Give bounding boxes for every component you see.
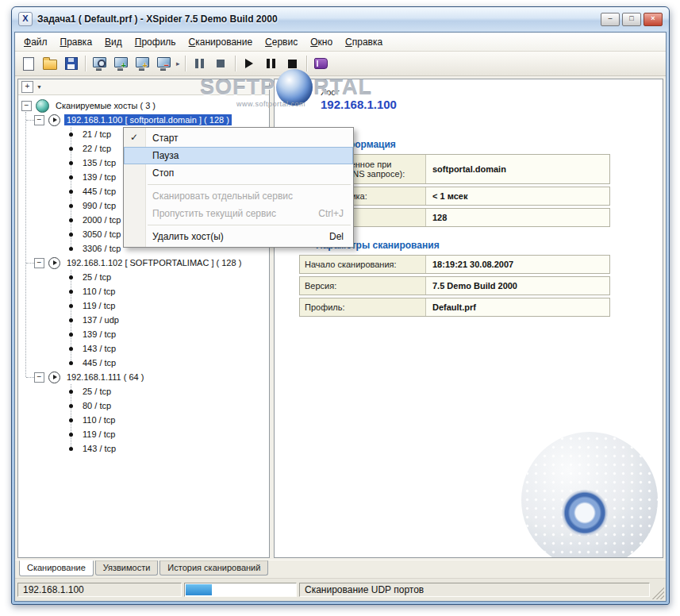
save-floppy-icon	[65, 57, 78, 70]
maximize-button[interactable]	[622, 13, 641, 26]
port-dot-icon	[69, 190, 73, 194]
selected-host-label: 192.168.1.100 [ softportal.domain ] ( 12…	[64, 114, 232, 125]
context-menu-item-scan-single-service[interactable]: Сканировать отдельный сервис	[124, 187, 353, 205]
menu-separator	[148, 225, 351, 225]
menu-item-window[interactable]: Окно	[304, 34, 339, 50]
tree-port-item[interactable]: 445 / tcp	[18, 356, 269, 370]
tree-port-item[interactable]: 119 / tcp	[18, 298, 269, 313]
open-task-button[interactable]	[40, 54, 60, 73]
window-controls	[601, 13, 663, 26]
app-window: Задача1 ( Default.prf ) - XSpider 7.5 De…	[11, 6, 670, 605]
add-host-button[interactable]	[111, 54, 131, 73]
new-document-icon	[23, 57, 34, 71]
tree-port-item[interactable]: 25 / tcp	[18, 384, 269, 398]
tab-vulnerabilities[interactable]: Уязвимости	[95, 560, 159, 576]
tree-port-item[interactable]: 119 / tcp	[18, 427, 269, 441]
help-book-button[interactable]	[311, 54, 331, 73]
port-dot-icon	[69, 204, 73, 208]
check-host-button[interactable]	[90, 54, 109, 73]
table-row: Версия: 7.5 Demo Build 2000	[299, 276, 610, 295]
stop-scan-button[interactable]	[282, 54, 302, 73]
stop-all-button[interactable]	[211, 54, 231, 73]
tree-host-item[interactable]: 192.168.1.111 ( 64 )	[18, 370, 269, 384]
context-menu-item-stop[interactable]: Стоп	[124, 164, 353, 182]
menu-item-service[interactable]: Сервис	[259, 34, 304, 50]
magnifier-icon	[98, 60, 106, 67]
context-menu-item-pause[interactable]: Пауза	[124, 147, 353, 164]
menu-separator	[148, 184, 351, 185]
collapse-box-icon[interactable]	[34, 115, 44, 125]
tree-root-item[interactable]: Сканируемые хосты ( 3 )	[18, 98, 269, 113]
port-dot-icon	[69, 333, 73, 337]
context-menu-item-skip-current-service[interactable]: Пропустить текущий сервис Ctrl+J	[124, 205, 353, 222]
tool-bar	[15, 52, 666, 76]
menu-item-profile[interactable]: Профиль	[129, 34, 182, 50]
remove-host-button[interactable]	[154, 54, 174, 73]
tree-port-item[interactable]: 25 / tcp	[18, 270, 269, 284]
tree-port-item[interactable]: 143 / tcp	[18, 441, 269, 456]
tree-port-item[interactable]: 143 / tcp	[18, 341, 269, 356]
minimize-button[interactable]	[601, 13, 620, 26]
port-dot-icon	[69, 447, 73, 451]
port-dot-icon	[69, 404, 73, 408]
port-dot-icon	[69, 147, 73, 151]
collapse-box-icon[interactable]	[34, 258, 44, 268]
plus-badge-icon	[121, 62, 126, 69]
window-title: Задача1 ( Default.prf ) - XSpider 7.5 De…	[37, 13, 278, 25]
host-icon	[48, 257, 60, 269]
add-host-icon	[114, 57, 128, 67]
tree-port-item[interactable]: 110 / tcp	[18, 284, 269, 298]
toolbar-separator	[306, 56, 307, 71]
pause-scan-button[interactable]	[261, 54, 281, 73]
menu-item-file[interactable]: Файл	[17, 34, 54, 50]
tree-port-item[interactable]: 137 / udp	[18, 313, 269, 327]
shortcut-label: Del	[329, 231, 344, 242]
add-host-range-icon	[136, 57, 149, 67]
start-scan-button[interactable]	[240, 54, 259, 73]
resize-grip[interactable]	[652, 585, 664, 599]
port-dot-icon	[69, 347, 73, 351]
tree-port-item[interactable]: 110 / tcp	[18, 413, 269, 427]
tab-scanning[interactable]: Сканирование	[19, 560, 94, 576]
context-menu-item-start[interactable]: Старт	[124, 129, 353, 147]
port-dot-icon	[69, 318, 73, 322]
table-row: Профиль: Default.prf	[299, 298, 610, 317]
add-host-range-button[interactable]	[133, 54, 152, 73]
port-dot-icon	[69, 133, 73, 137]
pause-icon	[267, 59, 275, 68]
pause-all-button[interactable]	[190, 54, 209, 73]
app-icon	[18, 12, 33, 26]
menu-item-view[interactable]: Вид	[98, 34, 129, 50]
toolbar-separator	[185, 56, 186, 71]
collapse-box-icon[interactable]	[34, 372, 44, 383]
tree-port-item[interactable]: 80 / tcp	[18, 398, 269, 413]
stop-icon	[217, 60, 225, 67]
chevron-down-icon[interactable]	[36, 84, 42, 90]
save-task-button[interactable]	[61, 54, 81, 73]
tree-port-item[interactable]: 139 / tcp	[18, 327, 269, 341]
title-bar[interactable]: Задача1 ( Default.prf ) - XSpider 7.5 De…	[12, 7, 669, 31]
context-menu-item-delete-host[interactable]: Удалить хост(ы) Del	[124, 228, 353, 245]
hosts-globe-icon	[36, 99, 49, 113]
menu-item-scanning[interactable]: Сканирование	[182, 34, 259, 50]
menu-bar: Файл Правка Вид Профиль Сканирование Сер…	[15, 33, 666, 52]
menu-item-edit[interactable]: Правка	[54, 34, 99, 50]
tree-host-item[interactable]: 192.168.1.102 [ SOFTPORTALIMAC ] ( 128 )	[18, 256, 269, 270]
toolbar-overflow-chevron-icon[interactable]	[175, 60, 181, 67]
new-task-button[interactable]	[18, 54, 38, 73]
port-dot-icon	[69, 304, 73, 308]
status-host-panel: 192.168.1.100	[17, 583, 182, 597]
expand-all-button[interactable]	[21, 81, 33, 93]
host-caption: Хост	[321, 87, 340, 97]
scan-params-table: Начало сканирования: 18:19:21 30.08.2007…	[299, 255, 610, 317]
menu-item-help[interactable]: Справка	[339, 34, 389, 50]
collapse-box-icon[interactable]	[21, 101, 32, 111]
status-message-panel: Сканирование UDP портов	[299, 583, 650, 597]
tree-host-item[interactable]: 192.168.1.100 [ softportal.domain ] ( 12…	[18, 113, 269, 127]
shortcut-label: Ctrl+J	[318, 208, 344, 219]
host-icon	[48, 372, 60, 383]
port-dot-icon	[69, 161, 73, 165]
tab-scan-history[interactable]: История сканирований	[159, 560, 268, 576]
close-button[interactable]	[644, 13, 663, 26]
port-dot-icon	[69, 275, 73, 279]
